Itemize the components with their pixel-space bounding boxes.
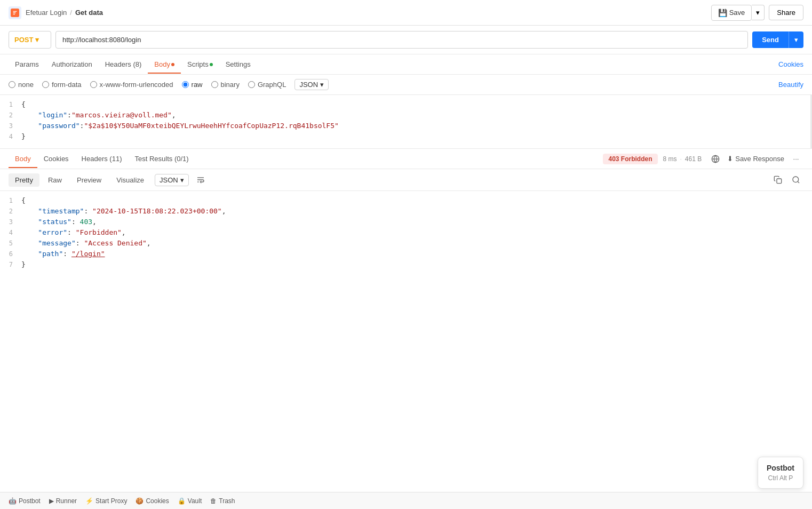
tab-authorization-label: Authorization xyxy=(52,60,92,68)
response-line-2: 2 "timestamp": "2024-10-15T18:08:22.023+… xyxy=(0,207,812,218)
top-bar-right: 💾 Save ▾ Share xyxy=(711,5,803,21)
tab-scripts[interactable]: Scripts xyxy=(181,56,219,74)
response-tab-test-results[interactable]: Test Results (0/1) xyxy=(128,150,195,168)
save-button[interactable]: 💾 Save xyxy=(711,5,752,21)
body-type-graphql[interactable]: GraphQL xyxy=(248,81,286,89)
response-line-6: 6 "path": "/login" xyxy=(0,250,812,260)
request-body-editor[interactable]: 1 { 2 "login":"marcos.vieira@voll.med", … xyxy=(0,95,812,149)
save-response-button[interactable]: ⬇ Save Response xyxy=(727,155,784,163)
method-dropdown-icon: ▾ xyxy=(35,36,39,44)
response-time: 8 ms xyxy=(663,155,677,163)
response-line-4: 4 "error": "Forbidden", xyxy=(0,228,812,239)
body-type-raw-radio[interactable] xyxy=(182,81,189,88)
tab-scripts-label: Scripts xyxy=(187,60,209,68)
body-dot-indicator xyxy=(171,63,174,66)
body-type-form-data-radio[interactable] xyxy=(42,81,49,88)
save-response-label: Save Response xyxy=(735,155,784,163)
response-tabs-row: Body Cookies Headers (11) Test Results (… xyxy=(0,149,812,169)
method-label: POST xyxy=(14,36,33,44)
response-tab-headers[interactable]: Headers (11) xyxy=(75,150,129,168)
response-line-7: 7 } xyxy=(0,260,812,271)
request-line-2: 2 "login":"marcos.vieira@voll.med", xyxy=(0,111,812,122)
cookies-icon: 🍪 xyxy=(136,497,144,505)
start-proxy-bottom-item[interactable]: ⚡ Start Proxy xyxy=(85,497,127,505)
body-type-binary-radio[interactable] xyxy=(211,81,218,88)
response-tab-cookies[interactable]: Cookies xyxy=(37,150,75,168)
response-right-actions xyxy=(770,172,803,187)
tab-params[interactable]: Params xyxy=(9,56,45,74)
share-button[interactable]: Share xyxy=(769,5,803,20)
copy-response-button[interactable] xyxy=(770,172,785,187)
response-raw-tab[interactable]: Raw xyxy=(42,173,68,187)
tab-settings[interactable]: Settings xyxy=(219,56,257,74)
chevron-down-icon: ▾ xyxy=(180,176,184,184)
response-tab-cookies-label: Cookies xyxy=(44,155,69,163)
postbot-bottom-item[interactable]: 🤖 Postbot xyxy=(9,497,41,505)
more-options-button[interactable]: ··· xyxy=(789,152,803,166)
response-tab-headers-label: Headers (11) xyxy=(82,155,122,163)
url-input[interactable] xyxy=(55,31,748,49)
trash-icon: 🗑 xyxy=(210,497,217,505)
beautify-button[interactable]: Beautify xyxy=(778,81,803,89)
trash-label: Trash xyxy=(219,497,235,505)
json-format-select[interactable]: JSON ▾ xyxy=(294,79,329,90)
tab-body[interactable]: Body xyxy=(148,56,181,74)
tab-headers[interactable]: Headers (8) xyxy=(99,56,148,74)
send-dropdown-button[interactable]: ▾ xyxy=(789,31,803,48)
globe-icon-button[interactable] xyxy=(708,152,723,166)
vault-bottom-item[interactable]: 🔒 Vault xyxy=(178,497,202,505)
body-type-urlencoded[interactable]: x-www-form-urlencoded xyxy=(90,81,173,89)
body-type-none[interactable]: none xyxy=(9,81,34,89)
response-json-label: JSON xyxy=(160,176,178,184)
cookies-bottom-label: Cookies xyxy=(146,497,169,505)
start-proxy-label: Start Proxy xyxy=(95,497,127,505)
svg-rect-5 xyxy=(777,179,782,184)
breadcrumb-parent[interactable]: Efetuar Login xyxy=(26,9,67,17)
search-response-button[interactable] xyxy=(789,172,803,187)
tab-headers-label: Headers (8) xyxy=(105,60,142,68)
postbot-tooltip: Postbot Ctrl Alt P xyxy=(758,457,803,489)
response-preview-tab[interactable]: Preview xyxy=(70,173,108,187)
method-select[interactable]: POST ▾ xyxy=(9,31,51,49)
response-visualize-tab[interactable]: Visualize xyxy=(110,173,150,187)
body-type-raw[interactable]: raw xyxy=(182,81,203,89)
postbot-icon: 🤖 xyxy=(9,497,17,505)
proxy-icon: ⚡ xyxy=(85,497,93,505)
url-bar: POST ▾ Send ▾ xyxy=(0,26,812,54)
breadcrumb-current: Get data xyxy=(75,9,103,17)
save-dropdown-button[interactable]: ▾ xyxy=(752,5,765,20)
json-format-label: JSON xyxy=(299,81,318,89)
cookies-bottom-item[interactable]: 🍪 Cookies xyxy=(136,497,169,505)
runner-bottom-item[interactable]: ▶ Runner xyxy=(49,497,77,505)
response-body-tabs: Pretty Raw Preview Visualize JSON ▾ xyxy=(0,169,812,191)
tab-body-label: Body xyxy=(154,60,170,68)
response-tab-body[interactable]: Body xyxy=(9,150,37,168)
runner-icon: ▶ xyxy=(49,497,54,505)
tab-settings-label: Settings xyxy=(226,60,251,68)
app-icon xyxy=(9,6,21,19)
body-type-urlencoded-radio[interactable] xyxy=(90,81,97,88)
vault-icon: 🔒 xyxy=(178,497,186,505)
body-type-graphql-radio[interactable] xyxy=(248,81,255,88)
response-size: 461 B xyxy=(685,155,702,163)
postbot-bottom-label: Postbot xyxy=(19,497,41,505)
request-tabs: Params Authorization Headers (8) Body Sc… xyxy=(0,54,812,75)
body-type-form-data[interactable]: form-data xyxy=(42,81,82,89)
body-type-none-radio[interactable] xyxy=(9,81,15,88)
svg-point-6 xyxy=(793,177,799,182)
trash-bottom-item[interactable]: 🗑 Trash xyxy=(210,497,235,505)
body-type-binary[interactable]: binary xyxy=(211,81,240,89)
postbot-title: Postbot xyxy=(767,464,794,472)
wrap-lines-button[interactable] xyxy=(193,172,208,187)
response-body-editor: 1 { 2 "timestamp": "2024-10-15T18:08:22.… xyxy=(0,191,812,276)
tab-authorization[interactable]: Authorization xyxy=(45,56,99,74)
response-json-format-select[interactable]: JSON ▾ xyxy=(155,174,189,186)
response-meta: 8 ms · 461 B xyxy=(663,155,702,163)
response-pretty-tab[interactable]: Pretty xyxy=(9,173,39,187)
cookies-link[interactable]: Cookies xyxy=(778,60,803,68)
body-type-row: none form-data x-www-form-urlencoded raw… xyxy=(0,75,812,95)
bottom-bar: 🤖 Postbot ▶ Runner ⚡ Start Proxy 🍪 Cooki… xyxy=(0,492,812,509)
scripts-dot-indicator xyxy=(210,63,213,66)
response-tab-test-results-label: Test Results (0/1) xyxy=(134,155,188,163)
send-button[interactable]: Send xyxy=(752,31,789,48)
